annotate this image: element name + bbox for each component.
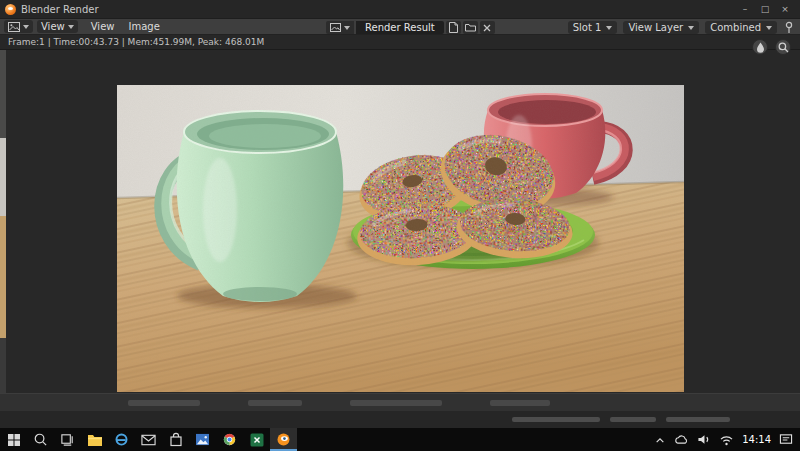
image-icon — [330, 23, 341, 32]
speaker-icon[interactable] — [697, 433, 711, 446]
onedrive-cloud-icon[interactable] — [674, 434, 689, 445]
header-right-controls: Slot 1 View Layer Combined — [568, 21, 795, 34]
render-pass-value: Combined — [710, 22, 761, 33]
network-wifi-icon[interactable] — [719, 434, 734, 446]
chevron-down-icon — [606, 26, 612, 30]
sliver-segment — [0, 216, 6, 338]
image-editor-header: View View Image Render Result — [0, 18, 800, 35]
taskbar-clock[interactable]: 14:14 — [742, 434, 771, 445]
image-editor-icon — [8, 22, 20, 32]
render-result-image[interactable] — [117, 85, 684, 392]
open-image-button[interactable] — [463, 21, 478, 34]
sliver-control — [666, 417, 730, 422]
window-controls: – □ × — [735, 0, 795, 18]
maximize-button[interactable]: □ — [755, 0, 775, 18]
sliver-control — [490, 400, 550, 406]
sliver-control — [610, 417, 656, 422]
taskbar-app-mail[interactable] — [135, 428, 162, 451]
editor-type-button[interactable] — [4, 20, 33, 33]
chrome-icon — [222, 432, 237, 447]
sliver-segment — [0, 338, 6, 393]
image-datablock-selector: Render Result — [326, 21, 495, 34]
view-layer-value: View Layer — [628, 22, 683, 33]
window-titlebar: Blender Render – □ × — [0, 0, 800, 18]
sliver-control — [248, 400, 302, 406]
sliver-segment — [0, 138, 6, 216]
new-image-button[interactable] — [446, 21, 461, 34]
background-ui-sliver — [0, 411, 800, 428]
zoom-icon — [778, 42, 789, 53]
sliver-control — [128, 400, 200, 406]
mail-icon — [141, 434, 156, 446]
viewport-corner-buttons — [752, 39, 791, 55]
image-editor-canvas[interactable] — [0, 50, 800, 393]
menu-image[interactable]: Image — [121, 19, 166, 34]
action-center-icon[interactable] — [779, 433, 793, 446]
task-view-icon — [60, 432, 75, 447]
render-pass-dropdown[interactable]: Combined — [705, 21, 777, 34]
system-tray: 14:14 — [647, 428, 800, 451]
unlink-datablock-button[interactable] — [480, 21, 495, 34]
taskbar-app-photos[interactable] — [189, 428, 216, 451]
excel-icon — [250, 433, 264, 447]
folder-icon — [465, 23, 476, 32]
background-window-sliver — [0, 50, 6, 393]
slot-dropdown-value: Slot 1 — [573, 22, 602, 33]
sliver-control — [512, 417, 600, 422]
taskbar-app-blender-active[interactable] — [270, 428, 297, 451]
task-view-button[interactable] — [54, 428, 81, 451]
search-icon — [33, 432, 48, 447]
photos-icon — [195, 433, 210, 446]
minimize-button[interactable]: – — [735, 0, 755, 18]
render-scene — [117, 85, 684, 392]
chevron-down-icon — [766, 26, 772, 30]
new-page-icon — [449, 22, 458, 33]
view-layer-dropdown[interactable]: View Layer — [623, 21, 699, 34]
taskbar-app-chrome[interactable] — [216, 428, 243, 451]
chevron-down-icon — [688, 26, 694, 30]
chevron-down-icon — [344, 26, 350, 30]
search-button[interactable] — [27, 428, 54, 451]
close-button[interactable]: × — [775, 0, 795, 18]
menu-view[interactable]: View — [84, 19, 122, 34]
store-bag-icon — [169, 432, 183, 447]
edge-icon — [114, 432, 129, 447]
file-explorer-icon — [87, 433, 103, 447]
mode-dropdown-value: View — [41, 21, 65, 32]
blender-render-window: Blender Render – □ × View View Image — [0, 0, 800, 451]
mode-dropdown[interactable]: View — [37, 20, 78, 33]
sliver-control — [350, 400, 442, 406]
zoom-button[interactable] — [775, 39, 791, 55]
slot-dropdown[interactable]: Slot 1 — [568, 21, 618, 34]
chevron-down-icon — [23, 25, 29, 29]
brush-button[interactable] — [752, 39, 768, 55]
taskbar-app-edge[interactable] — [108, 428, 135, 451]
background-ui-sliver — [0, 393, 800, 411]
render-stats-bar: Frame:1 | Time:00:43.73 | Mem:451.99M, P… — [0, 35, 800, 50]
windows-logo-icon — [7, 433, 21, 447]
sliver-segment — [0, 50, 6, 138]
close-x-icon — [483, 24, 491, 32]
taskbar-app-file-explorer[interactable] — [81, 428, 108, 451]
render-stats-text: Frame:1 | Time:00:43.73 | Mem:451.99M, P… — [8, 37, 264, 47]
start-button[interactable] — [0, 428, 27, 451]
image-browse-button[interactable] — [326, 21, 354, 34]
blender-logo-icon — [5, 4, 16, 15]
windows-taskbar: 14:14 — [0, 428, 800, 451]
chevron-down-icon — [68, 25, 74, 29]
chevron-up-icon[interactable] — [654, 435, 666, 445]
brush-icon — [756, 42, 765, 53]
taskbar-app-store[interactable] — [162, 428, 189, 451]
taskbar-app-excel[interactable] — [243, 428, 270, 451]
window-title: Blender Render — [21, 4, 99, 15]
image-name-field[interactable]: Render Result — [356, 21, 444, 34]
blender-icon — [276, 432, 291, 447]
pin-icon[interactable] — [783, 21, 795, 34]
